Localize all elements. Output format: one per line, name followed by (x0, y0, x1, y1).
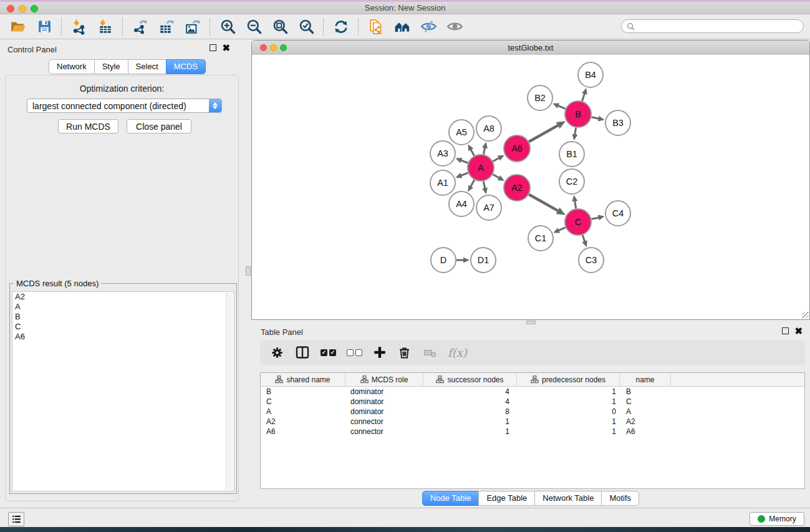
graph-node-B2[interactable]: B2 (528, 85, 552, 110)
tab-node-table[interactable]: Node Table (422, 491, 480, 506)
hide-selected-button[interactable] (415, 16, 441, 37)
table-row[interactable]: Cdominator41C (261, 397, 804, 407)
deselect-all-button[interactable] (347, 343, 362, 362)
criterion-dropdown[interactable]: largest connected component (directed) (27, 99, 222, 113)
export-network-button[interactable] (127, 16, 153, 37)
select-all-button[interactable]: ✓✓ (321, 343, 336, 362)
graph-node-B4[interactable]: B4 (578, 62, 603, 87)
float-panel-icon[interactable] (782, 327, 789, 334)
graph-edge-B-B4[interactable] (582, 93, 585, 101)
graph-node-D1[interactable]: D1 (471, 248, 496, 273)
search-field[interactable] (621, 19, 804, 33)
export-table-button[interactable] (153, 16, 180, 37)
close-panel-icon[interactable]: ✖ (794, 327, 803, 334)
column-header-shared-name[interactable]: shared name (261, 373, 345, 386)
tab-style[interactable]: Style (94, 59, 128, 74)
result-item[interactable]: A (12, 302, 234, 312)
tab-network[interactable]: Network (49, 59, 95, 74)
table-cell[interactable]: A2 (261, 417, 345, 426)
table-cell[interactable]: 0 (517, 407, 620, 416)
zoom-fit-button[interactable] (267, 16, 293, 37)
table-cell[interactable]: C (620, 397, 671, 406)
graph-edge-A-A4[interactable] (470, 180, 474, 187)
table-cell[interactable]: A2 (620, 417, 671, 426)
add-column-button[interactable] (373, 343, 387, 362)
table-cell[interactable]: 1 (423, 427, 517, 436)
graph-edge-B-B3[interactable] (591, 117, 599, 119)
search-input[interactable] (638, 21, 798, 31)
graph-node-A7[interactable]: A7 (476, 195, 501, 220)
graph-node-C2[interactable]: C2 (559, 169, 584, 194)
graph-node-B3[interactable]: B3 (605, 110, 630, 135)
show-all-button[interactable] (441, 16, 468, 37)
graph-edge-A6-B[interactable] (529, 125, 559, 142)
open-session-button[interactable] (5, 16, 31, 37)
graph-edge-A-A1[interactable] (460, 173, 468, 176)
network-canvas[interactable]: B4B2BB3B1A5A8A6A3AA1A2A4A7C2CC4C1C3DD1 (252, 55, 809, 319)
graph-edge-C-C4[interactable] (591, 217, 599, 219)
tab-mcds[interactable]: MCDS (166, 59, 206, 74)
graph-node-C4[interactable]: C4 (605, 201, 630, 226)
table-cell[interactable]: A (261, 407, 345, 416)
table-cell[interactable]: dominator (345, 397, 423, 406)
memory-button[interactable]: Memory (750, 512, 804, 526)
result-item[interactable]: C (12, 322, 234, 332)
run-mcds-button[interactable]: Run MCDS (58, 119, 118, 133)
table-cell[interactable]: 4 (423, 397, 517, 406)
graph-edge-A2-C[interactable] (529, 195, 559, 211)
graph-edge-C-C1[interactable] (558, 228, 566, 231)
graph-node-B1[interactable]: B1 (559, 142, 584, 167)
result-item[interactable]: B (12, 312, 234, 322)
table-cell[interactable]: 1 (517, 397, 620, 406)
delete-column-button[interactable] (397, 343, 412, 362)
graph-node-A1[interactable]: A1 (430, 170, 455, 195)
import-network-button[interactable] (66, 16, 92, 37)
table-cell[interactable]: 4 (423, 387, 517, 396)
table-cell[interactable]: 1 (423, 417, 517, 426)
table-settings-button[interactable] (270, 343, 284, 362)
graph-edge-C-C2[interactable] (575, 200, 576, 209)
graph-node-A3[interactable]: A3 (430, 141, 455, 166)
table-row[interactable]: A6connector11A6 (261, 427, 804, 437)
table-cell[interactable]: 1 (517, 417, 620, 426)
graph-edge-B-B2[interactable] (557, 105, 566, 109)
zoom-in-button[interactable] (215, 16, 241, 37)
tab-select[interactable]: Select (128, 59, 166, 74)
table-cell[interactable]: connector (345, 427, 423, 436)
float-panel-icon[interactable] (210, 44, 216, 51)
table-cell[interactable]: dominator (345, 387, 423, 396)
table-cell[interactable]: A6 (261, 427, 345, 436)
table-row[interactable]: Bdominator41B (261, 387, 804, 397)
table-cell[interactable]: connector (345, 417, 423, 426)
column-header-successor-nodes[interactable]: successor nodes (423, 373, 517, 386)
tab-edge-table[interactable]: Edge Table (478, 491, 535, 506)
close-panel-button[interactable]: Close panel (127, 119, 191, 133)
zoom-out-button[interactable] (241, 16, 267, 37)
table-cell[interactable]: A (620, 407, 671, 416)
column-header-name[interactable]: name (620, 373, 671, 386)
show-columns-button[interactable] (295, 343, 310, 362)
graph-node-A5[interactable]: A5 (449, 120, 474, 145)
tab-network-table[interactable]: Network Table (534, 491, 602, 506)
resize-grip-icon[interactable] (802, 312, 809, 319)
result-item[interactable]: A2 (12, 292, 234, 302)
table-cell[interactable]: 8 (423, 407, 517, 416)
export-image-button[interactable] (180, 16, 206, 37)
table-cell[interactable]: 1 (517, 427, 620, 436)
save-session-button[interactable] (31, 16, 57, 37)
splitter-handle[interactable] (246, 266, 251, 276)
first-neighbors-button[interactable] (389, 16, 415, 37)
import-table-button[interactable] (92, 16, 118, 37)
graph-node-C3[interactable]: C3 (579, 248, 604, 273)
network-window-titlebar[interactable]: testGlobe.txt (252, 41, 809, 56)
table-cell[interactable]: dominator (345, 407, 423, 416)
column-header-MCDS-role[interactable]: MCDS role (345, 373, 423, 386)
graph-node-A[interactable]: A (468, 155, 494, 181)
table-row[interactable]: Adominator80A (261, 407, 804, 417)
column-header-predecessor-nodes[interactable]: predecessor nodes (517, 373, 620, 386)
table-cell[interactable]: 1 (517, 387, 620, 396)
table-cell[interactable]: B (261, 387, 345, 396)
table-cell[interactable]: C (261, 397, 345, 406)
graph-node-B[interactable]: B (565, 101, 591, 127)
graph-node-A6[interactable]: A6 (504, 135, 530, 162)
